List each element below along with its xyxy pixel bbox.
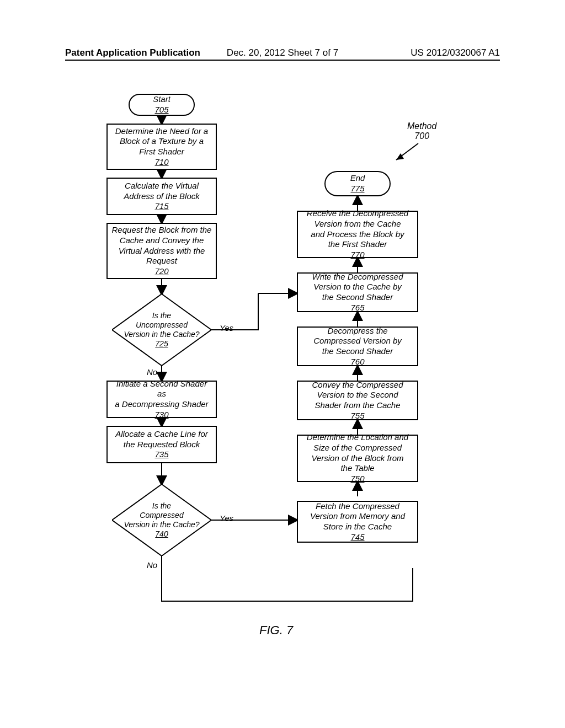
- node-end: End 775: [324, 171, 391, 196]
- node-text: Calculate the VirtualAddress of the Bloc…: [124, 181, 200, 202]
- decision-725: Is theUncompressedVersion in the Cache? …: [112, 294, 211, 366]
- decision-ref: 740: [155, 529, 168, 539]
- node-text: Determine the Location andSize of the Co…: [307, 432, 408, 474]
- node-760: Decompress theCompressed Version bythe S…: [297, 326, 418, 366]
- node-text: Decompress theCompressed Version bythe S…: [313, 326, 402, 357]
- node-text: End: [350, 173, 365, 184]
- node-730: Initiate a Second Shader asa Decompressi…: [106, 381, 217, 418]
- node-ref: 770: [350, 250, 364, 260]
- node-765: Write the DecompressedVersion to the Cac…: [297, 272, 418, 312]
- header-right: US 2012/0320067 A1: [411, 47, 500, 58]
- method-label: Method 700: [407, 121, 436, 141]
- flowchart: Method 700 Start 705 Determine the Need …: [65, 88, 501, 640]
- label-yes-725: Yes: [220, 323, 233, 333]
- node-text: Convey the CompressedVersion to the Seco…: [312, 380, 403, 411]
- node-720: Request the Block from theCache and Conv…: [106, 223, 217, 279]
- node-text: Allocate a Cache Line forthe Requested B…: [115, 429, 208, 450]
- node-text: Request the Block from theCache and Conv…: [112, 225, 212, 266]
- header-left: Patent Application Publication: [65, 47, 200, 58]
- node-750: Determine the Location andSize of the Co…: [297, 435, 418, 482]
- node-735: Allocate a Cache Line forthe Requested B…: [106, 426, 217, 463]
- node-ref: 765: [350, 303, 364, 313]
- header-center: Dec. 20, 2012 Sheet 7 of 7: [227, 47, 338, 58]
- method-text: Method: [407, 121, 436, 131]
- node-745: Fetch the CompressedVersion from Memory …: [297, 501, 418, 543]
- node-text: Fetch the CompressedVersion from Memory …: [310, 501, 405, 532]
- node-770: Receive the DecompressedVersion from the…: [297, 211, 418, 258]
- node-start: Start 705: [129, 94, 195, 116]
- node-ref: 775: [350, 184, 364, 194]
- decision-740: Is theCompressedVersion in the Cache? 74…: [112, 484, 211, 556]
- decision-text: Is theCompressedVersion in the Cache?: [124, 501, 199, 529]
- decision-text: Is theUncompressedVersion in the Cache?: [124, 311, 199, 339]
- node-ref: 705: [154, 105, 168, 115]
- header-rule: [65, 60, 500, 61]
- node-ref: 735: [154, 449, 168, 460]
- node-text: Receive the DecompressedVersion from the…: [307, 208, 408, 250]
- node-755: Convey the CompressedVersion to the Seco…: [297, 381, 418, 420]
- method-ref: 700: [407, 131, 436, 141]
- node-text: Write the DecompressedVersion to the Cac…: [312, 272, 403, 303]
- node-text: Initiate a Second Shader asa Decompressi…: [111, 379, 212, 410]
- label-yes-740: Yes: [220, 513, 233, 523]
- node-ref: 760: [350, 357, 364, 367]
- node-ref: 715: [154, 201, 168, 212]
- decision-ref: 725: [155, 339, 168, 349]
- node-ref: 755: [350, 411, 364, 421]
- node-ref: 710: [154, 157, 168, 168]
- node-ref: 750: [350, 474, 364, 484]
- label-no-725: No: [147, 367, 157, 377]
- figure-label: FIG. 7: [259, 623, 293, 638]
- page-header: Patent Application Publication Dec. 20, …: [65, 47, 500, 58]
- node-ref: 720: [154, 266, 168, 277]
- node-text: Start: [153, 94, 170, 105]
- node-text: Determine the Need for aBlock of a Textu…: [115, 126, 208, 157]
- node-715: Calculate the VirtualAddress of the Bloc…: [106, 178, 217, 215]
- node-ref: 745: [350, 532, 364, 543]
- node-ref: 730: [154, 410, 168, 420]
- node-710: Determine the Need for aBlock of a Textu…: [106, 124, 217, 170]
- label-no-740: No: [147, 560, 157, 570]
